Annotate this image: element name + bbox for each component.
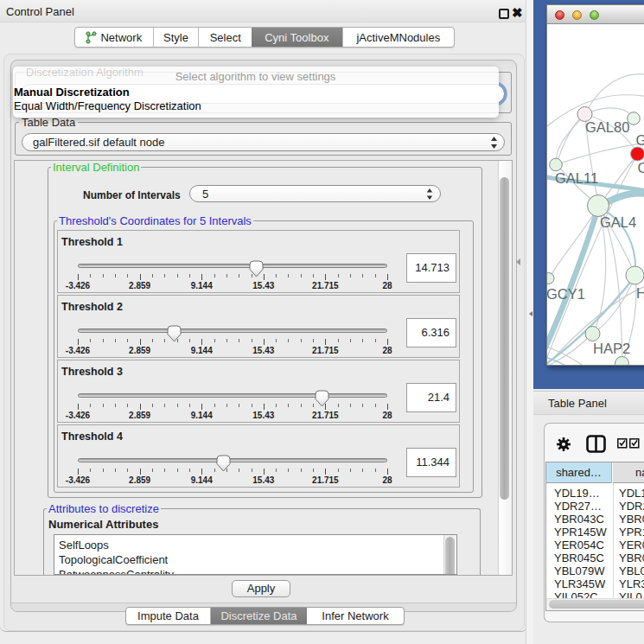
svg-text:G.: G. xyxy=(636,132,644,148)
svg-text:GCY1: GCY1 xyxy=(547,286,585,302)
svg-text:HAP2: HAP2 xyxy=(593,341,630,356)
svg-text:H: H xyxy=(636,285,644,301)
svg-text:GAL11: GAL11 xyxy=(555,170,598,186)
svg-text:GAL4: GAL4 xyxy=(600,214,636,230)
svg-text:C: C xyxy=(638,160,644,175)
svg-text:GAL80: GAL80 xyxy=(585,119,629,135)
